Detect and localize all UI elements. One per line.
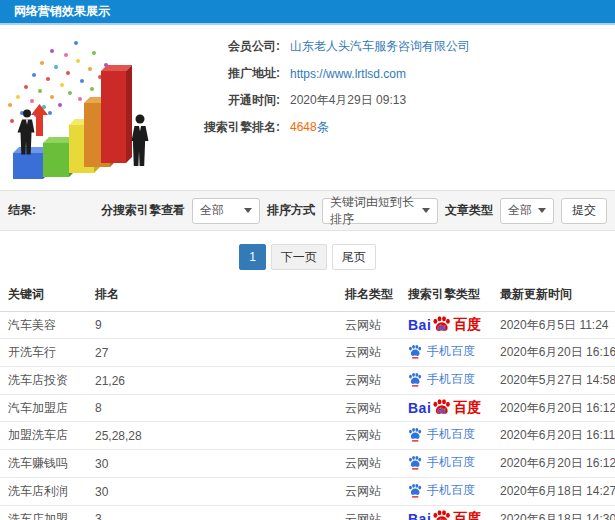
company-link[interactable]: 山东老人头汽车服务咨询有限公司 [290,38,470,55]
mobile-baidu-label: 手机百度 [427,482,475,499]
updated-time-cell: 2020年6月5日 11:24 [500,312,615,339]
rank-cell[interactable]: 30 [95,478,345,506]
article-type-label: 文章类型 [445,202,493,219]
promotion-url-label: 推广地址: [188,65,280,82]
businessman-figure-left [17,109,37,156]
updated-time-cell: 2020年6月20日 16:12 [500,395,615,422]
info-row-url: 推广地址: https://www.lrtlsd.com [188,64,470,83]
next-page-button[interactable]: 下一页 [271,244,327,270]
mobile-baidu-label: 手机百度 [427,454,475,471]
submit-button[interactable]: 提交 [561,198,607,224]
page-1-button[interactable]: 1 [239,244,266,270]
caret-down-icon [422,208,430,213]
rank-cell[interactable]: 8 [95,395,345,422]
opened-time-value: 2020年4月29日 09:13 [290,92,406,109]
keyword-cell: 洗车店投资 [0,367,95,395]
engine-type-cell: Bai du 百度 [408,422,500,450]
table-row: 洗车赚钱吗 30 云网站 Bai du 百度 [0,450,615,478]
rank-cell[interactable]: 21,26 [95,367,345,395]
engine-filter-value: 全部 [200,202,224,219]
engine-type-cell: Bai du 百度 [408,312,500,339]
engine-type-cell: Bai du 百度 [408,367,500,395]
rank-cell[interactable]: 9 [95,312,345,339]
svg-text:du: du [438,407,446,414]
keyword-cell: 汽车加盟店 [0,395,95,422]
engine-filter-select[interactable]: 全部 [192,198,260,224]
updated-time-cell: 2020年5月27日 14:58 [500,367,615,395]
chart-bar-green [43,143,69,177]
table-row: 洗车店投资 21,26 云网站 Bai du 百度 [0,367,615,395]
mobile-baidu-logo: 手机百度 [408,454,475,471]
rank-cell[interactable]: 30 [95,450,345,478]
header-rank-type: 排名类型 [345,282,408,312]
promotion-url-link[interactable]: https://www.lrtlsd.com [290,67,406,81]
account-info-list: 会员公司: 山东老人头汽车服务咨询有限公司 推广地址: https://www.… [188,25,470,190]
engine-type-cell: Bai du 百度 [408,395,500,422]
mobile-baidu-logo: 手机百度 [408,482,475,499]
baidu-logo-cn-text: 百度 [453,399,481,417]
mobile-baidu-logo: 手机百度 [408,371,475,388]
header-rank: 排名 [95,282,345,312]
rank-type-cell: 云网站 [345,395,408,422]
company-label: 会员公司: [188,38,280,55]
results-table: 关键词 排名 排名类型 搜索引擎类型 最新更新时间 汽车美容 9 云网站 Bai [0,282,615,520]
page-title: 网络营销效果展示 [14,3,110,20]
filter-controls: 分搜索引擎查看 全部 排序方式 关键词由短到长排序 文章类型 全部 提交 [101,198,607,224]
keyword-cell: 洗车店利润 [0,478,95,506]
table-row: 开洗车行 27 云网站 Bai du 百度 [0,339,615,367]
updated-time-cell: 2020年6月20日 16:16 [500,339,615,367]
info-row-company: 会员公司: 山东老人头汽车服务咨询有限公司 [188,37,470,56]
keyword-cell: 加盟洗车店 [0,422,95,450]
rank-cell[interactable]: 3 [95,506,345,520]
caret-down-icon [244,208,252,213]
engine-rank-value: 4648条 [290,119,329,136]
opened-time-label: 开通时间: [188,92,280,109]
results-table-body: 汽车美容 9 云网站 Bai du 百度 [0,312,615,520]
keyword-cell: 开洗车行 [0,339,95,367]
businessman-figure-right [129,114,151,167]
keyword-cell: 汽车美容 [0,312,95,339]
chart-bar-blue [13,153,43,179]
last-page-button[interactable]: 尾页 [332,244,376,270]
baidu-logo-cn-text: 百度 [453,510,481,520]
svg-text:du: du [438,324,446,331]
baidu-paw-icon: du [432,509,451,520]
caret-down-icon [538,208,546,213]
mobile-baidu-logo: 手机百度 [408,343,475,360]
baidu-paw-icon: du [432,315,451,333]
updated-time-cell: 2020年6月20日 16:11 [500,422,615,450]
engine-rank-label: 搜索引擎排名: [188,119,280,136]
engine-type-cell: Bai du 百度 [408,506,500,520]
rank-type-cell: 云网站 [345,506,408,520]
pagination: 1 下一页 尾页 [0,231,615,282]
table-row: 洗车店加盟 3 云网站 Bai du 百度 [0,506,615,520]
engine-type-cell: Bai du 百度 [408,450,500,478]
app-header: 网络营销效果展示 [0,0,615,25]
rank-cell[interactable]: 27 [95,339,345,367]
sort-select[interactable]: 关键词由短到长排序 [322,198,438,224]
rank-count: 4648 [290,120,317,134]
account-info-section: 会员公司: 山东老人头汽车服务咨询有限公司 推广地址: https://www.… [0,25,615,190]
keyword-cell: 洗车赚钱吗 [0,450,95,478]
mobile-baidu-paw-icon [408,455,422,470]
baidu-logo-bai-text: Bai [408,511,431,520]
filter-bar: 结果: 分搜索引擎查看 全部 排序方式 关键词由短到长排序 文章类型 全部 提交 [0,190,615,231]
mobile-baidu-logo: 手机百度 [408,426,475,443]
article-type-value: 全部 [508,202,532,219]
rank-type-cell: 云网站 [345,312,408,339]
result-label: 结果: [8,202,36,219]
mobile-baidu-paw-icon [408,344,422,359]
sort-value: 关键词由短到长排序 [330,194,416,228]
bar-chart-illustration [0,25,188,190]
table-row: 汽车美容 9 云网站 Bai du 百度 [0,312,615,339]
rank-type-cell: 云网站 [345,339,408,367]
mobile-baidu-label: 手机百度 [427,343,475,360]
baidu-logo: Bai du 百度 [408,399,481,417]
table-row: 汽车加盟店 8 云网站 Bai du 百度 [0,395,615,422]
sort-label: 排序方式 [267,202,315,219]
chart-bar-red [101,71,126,163]
baidu-logo: Bai du 百度 [408,316,481,334]
rank-cell[interactable]: 25,28,28 [95,422,345,450]
article-type-select[interactable]: 全部 [500,198,554,224]
header-updated-time: 最新更新时间 [500,282,615,312]
